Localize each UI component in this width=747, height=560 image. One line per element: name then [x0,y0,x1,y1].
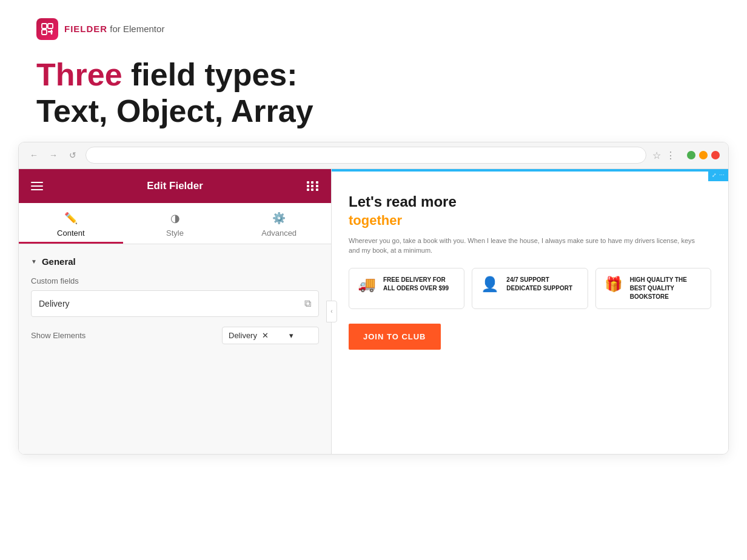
collapse-arrow[interactable]: ▼ [31,258,37,265]
top-section: FIELDER for Elementor Three field types:… [0,0,747,142]
browser-toolbar: ← → ↺ ☆ ⋮ [19,142,728,169]
reload-button[interactable]: ↺ [66,148,79,162]
select-clear-icon[interactable]: ✕ [262,331,285,340]
general-section-header: ▼ General [31,256,319,267]
gear-icon: ⚙️ [272,212,286,225]
feature-card-quality: 🎁 HIGH QUALITY THE BEST QUALITY BOOKSTOR… [595,268,711,309]
edit-fielder-panel: Edit Fielder ✏️ Content ◑ Style [19,169,332,454]
browser-actions: ☆ ⋮ [652,150,676,161]
star-icon: ☆ [652,150,661,161]
copy-icon[interactable]: ⧉ [304,298,311,309]
browser-window: ← → ↺ ☆ ⋮ Edit Fielder [18,142,729,455]
preview-area: ⤢ ⋯ Let's read more together Wherever yo… [332,169,728,454]
delivery-input[interactable] [39,299,298,308]
dot-yellow [699,151,708,159]
browser-dots [687,151,720,159]
headline-highlight: Three [36,57,122,92]
dot-red [711,151,720,159]
brand-icon [36,18,58,40]
delivery-icon: 🚚 [358,276,376,293]
delivery-card-text: FREE DELIVERY FOR ALL ODERS OVER $99 [383,276,455,293]
brand-name: FIELDER for Elementor [64,24,164,35]
join-to-club-button[interactable]: JOIN TO CLUB [349,324,441,350]
tab-style[interactable]: ◑ Style [123,203,227,244]
dot-green [687,151,695,159]
preview-subtitle: together [349,213,711,228]
brand: FIELDER for Elementor [36,18,711,40]
collapse-handle[interactable]: ‹ [326,301,337,322]
panel-title: Edit Fielder [147,180,203,192]
headline: Three field types: Text, Object, Array [36,57,711,130]
feature-card-delivery: 🚚 FREE DELIVERY FOR ALL ODERS OVER $99 [349,268,464,309]
hamburger-icon[interactable] [31,182,43,190]
svg-rect-4 [51,30,53,35]
show-elements-value: Delivery [229,331,257,340]
feature-cards: 🚚 FREE DELIVERY FOR ALL ODERS OVER $99 👤… [349,268,711,309]
preview-title: Let's read more [349,193,711,210]
quality-icon: 🎁 [605,276,623,293]
support-card-text: 24/7 SUPPORT DEDICATED SUPPORT [506,276,578,293]
pencil-icon: ✏️ [64,212,78,225]
delivery-field-row: ⧉ [31,290,319,317]
more-icon: ⋮ [666,150,676,161]
tab-content[interactable]: ✏️ Content [19,203,123,244]
browser-content: Edit Fielder ✏️ Content ◑ Style [19,169,728,454]
preview-control-move[interactable]: ⤢ [712,172,717,178]
back-button[interactable]: ← [27,148,41,162]
halfcircle-icon: ◑ [170,212,180,225]
svg-rect-2 [42,30,47,35]
show-elements-label: Show Elements [31,331,85,340]
select-arrow-icon[interactable]: ▾ [289,331,312,340]
show-elements-row: Show Elements Delivery ✕ ▾ [31,327,319,344]
feature-card-support: 👤 24/7 SUPPORT DEDICATED SUPPORT [472,268,588,309]
svg-rect-0 [42,24,47,28]
preview-topbar-controls: ⤢ ⋯ [708,169,728,181]
panel-body: ▼ General Custom fields ⧉ Show Elements … [19,244,331,454]
quality-card-text: HIGH QUALITY THE BEST QUALITY BOOKSTORE [630,276,702,301]
headline-line2: Text, Object, Array [36,93,711,130]
preview-control-grid[interactable]: ⋯ [719,172,725,178]
custom-fields-label: Custom fields [31,276,319,285]
panel-header: Edit Fielder [19,169,331,203]
show-elements-select[interactable]: Delivery ✕ ▾ [222,327,319,344]
support-icon: 👤 [481,276,499,293]
address-bar[interactable] [85,147,646,164]
preview-topbar: ⤢ ⋯ [332,169,728,172]
general-section-label: General [42,256,76,267]
svg-rect-1 [48,24,53,28]
tab-advanced[interactable]: ⚙️ Advanced [227,203,331,244]
panel-tabs: ✏️ Content ◑ Style ⚙️ Advanced [19,203,331,244]
grid-icon[interactable] [307,181,319,191]
forward-button[interactable]: → [47,148,60,162]
headline-rest: field types: [122,57,298,92]
preview-body: Wherever you go, take a book with you. W… [349,236,700,256]
